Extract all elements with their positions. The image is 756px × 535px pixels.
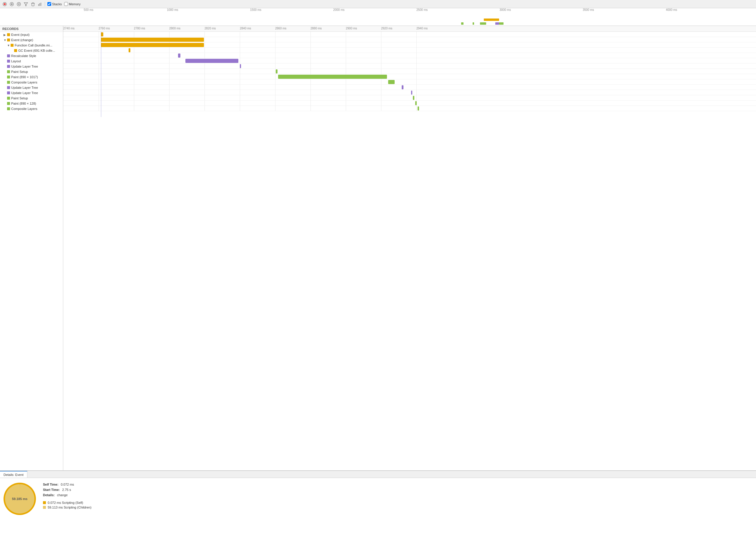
record-item-gc-event[interactable]: GC Event (691 KB colle... (0, 48, 63, 53)
timeline-bar[interactable] (415, 101, 417, 105)
svg-rect-12 (40, 3, 40, 6)
filter-button[interactable] (23, 2, 28, 7)
timeline-tick-line (346, 64, 346, 69)
timeline-header: 2740 ms2760 ms2780 ms2800 ms2820 ms2840 … (63, 26, 756, 32)
timeline-row-update-layer-tree-1-row[interactable] (63, 64, 756, 69)
expand-icon[interactable]: ▼ (4, 39, 7, 42)
timeline-row-paint-setup-1-row[interactable] (63, 69, 756, 74)
start-time-value: 2.75 s (62, 488, 71, 492)
timeline-row-composite-layers-1-row[interactable] (63, 79, 756, 85)
timeline-bar[interactable] (413, 96, 414, 100)
timeline-row-paint-1-row[interactable] (63, 74, 756, 79)
timeline-tick-line (416, 53, 417, 58)
record-item-function-call[interactable]: ▼Function Call (bundle.mi... (0, 42, 63, 48)
memory-checkbox-label[interactable]: Memory (64, 2, 81, 6)
timeline-bar[interactable] (402, 85, 404, 89)
timeline-row-update-layer-tree-2-row[interactable] (63, 85, 756, 90)
chart-button[interactable] (38, 2, 43, 7)
expand-icon[interactable]: ▼ (7, 44, 10, 47)
record-item-update-layer-tree-3[interactable]: Update Layer Tree (0, 90, 63, 96)
records-header: RECORDS (0, 26, 63, 32)
record-item-event-change[interactable]: ▼Event (change) (0, 37, 63, 42)
timeline-tick-label: 2800 ms (169, 27, 180, 30)
timeline-bar[interactable] (178, 53, 180, 58)
timeline-tick-line (416, 64, 417, 69)
timeline-tick-line (134, 69, 134, 74)
timeline-row-function-call-row[interactable] (63, 42, 756, 48)
overview-timeline[interactable]: 500 ms1000 ms1500 ms2000 ms2500 ms3000 m… (0, 8, 756, 26)
timeline-tick-line (99, 53, 99, 58)
timeline-tick-line (169, 106, 169, 111)
record-item-update-layer-tree-1[interactable]: Update Layer Tree (0, 64, 63, 69)
record-item-recalculate-style[interactable]: Recalculate Style (0, 53, 63, 59)
record-item-composite-layers-2[interactable]: Composite Layers (0, 106, 63, 111)
clear-button[interactable] (16, 2, 21, 7)
record-item-event-input[interactable]: ▶Event (input) (0, 32, 63, 37)
stacks-checkbox-label[interactable]: Stacks (47, 2, 62, 6)
record-color-dot (7, 70, 10, 73)
timeline-tick-label: 2920 ms (381, 27, 392, 30)
timeline-bar[interactable] (411, 91, 412, 95)
timeline-bar[interactable] (240, 64, 241, 68)
timeline-content[interactable] (63, 32, 756, 117)
details-value: change (57, 493, 68, 497)
timeline-tick-line (311, 85, 311, 90)
timeline-bar[interactable] (101, 32, 103, 37)
timeline-tick-line (99, 74, 99, 79)
record-item-update-layer-tree-2[interactable]: Update Layer Tree (0, 85, 63, 90)
timeline-row-paint-setup-2-row[interactable] (63, 95, 756, 100)
timeline-row-event-change-row[interactable] (63, 37, 756, 42)
details-tab-event[interactable]: Details: Event (0, 471, 27, 478)
timeline-row-gc-event-row[interactable] (63, 48, 756, 53)
timeline-bar[interactable] (185, 59, 238, 63)
main-area: RECORDS ▶Event (input)▼Event (change)▼Fu… (0, 26, 756, 470)
timeline-tick-line (204, 64, 205, 69)
timeline-tick-line (346, 106, 346, 111)
timeline-row-layout-row[interactable] (63, 58, 756, 64)
timeline-row-composite-layers-2-row[interactable] (63, 106, 756, 111)
timeline-row-paint-2-row[interactable] (63, 100, 756, 106)
timeline-tick-line (346, 32, 346, 37)
timeline-tick-line (204, 100, 205, 105)
timeline-bar[interactable] (129, 48, 130, 52)
memory-checkbox[interactable] (64, 2, 68, 6)
record-item-paint-setup-2[interactable]: Paint Setup (0, 96, 63, 101)
timeline-bar[interactable] (276, 70, 278, 73)
record-color-dot (7, 86, 10, 89)
timeline-row-event-input-row[interactable] (63, 32, 756, 37)
timeline-row-recalculate-style-row[interactable] (63, 53, 756, 58)
trash-button[interactable] (31, 2, 35, 7)
timeline-panel[interactable]: 2740 ms2760 ms2780 ms2800 ms2820 ms2840 … (63, 26, 756, 470)
timeline-bar[interactable] (101, 38, 204, 42)
details-panel: Details: Event 59.185 ms Self Time: 0.07… (0, 470, 756, 535)
stacks-checkbox[interactable] (47, 2, 51, 6)
timeline-tick-line (381, 42, 381, 47)
record-item-layout[interactable]: Layout (0, 59, 63, 64)
stacks-label: Stacks (52, 2, 62, 6)
record-button[interactable] (2, 2, 7, 7)
record-item-composite-layers-1[interactable]: Composite Layers (0, 80, 63, 85)
expand-icon[interactable]: ▶ (4, 33, 7, 37)
timeline-tick-line (169, 100, 169, 105)
stop-button[interactable] (10, 2, 14, 7)
timeline-tick-line (416, 85, 417, 90)
timeline-tick-line (346, 42, 346, 47)
timeline-tick-line (204, 32, 205, 37)
details-row: Details: change (43, 493, 92, 497)
overview-tick-label: 1000 ms (166, 8, 178, 12)
timeline-tick-line (381, 53, 381, 58)
timeline-tick-line (381, 100, 381, 105)
timeline-bar[interactable] (101, 43, 204, 47)
timeline-bar[interactable] (278, 75, 387, 79)
timeline-tick-line (169, 90, 169, 95)
timeline-tick-line (134, 79, 134, 84)
record-item-paint-setup-1[interactable]: Paint Setup (0, 69, 63, 74)
record-label: Update Layer Tree (11, 86, 38, 89)
record-item-paint-2[interactable]: Paint (890 × 128) (0, 101, 63, 106)
record-item-paint-1[interactable]: Paint (890 × 1017) (0, 74, 63, 80)
timeline-bar[interactable] (418, 106, 419, 111)
timeline-tick-line (134, 32, 134, 37)
timeline-bar[interactable] (388, 80, 395, 84)
timeline-tick-line (240, 53, 240, 58)
timeline-row-update-layer-tree-3-row[interactable] (63, 90, 756, 95)
